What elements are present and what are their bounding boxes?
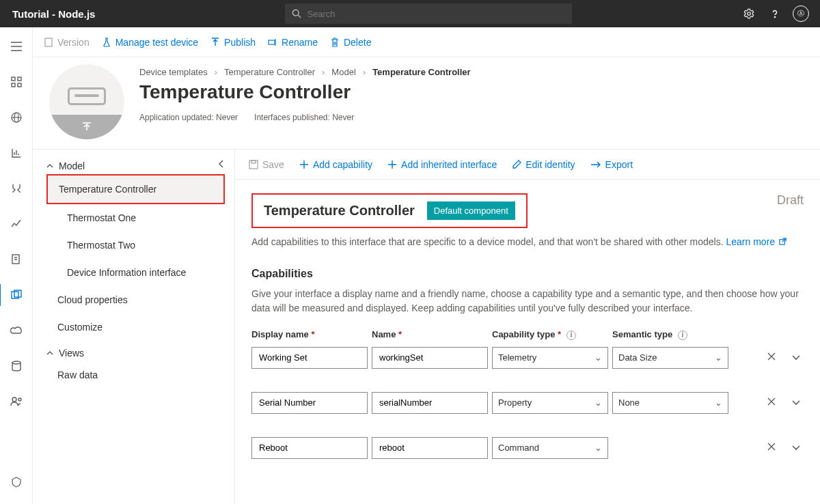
name-input[interactable]	[372, 392, 488, 414]
sidebar-item-temperature-controller[interactable]: Temperature Controller	[46, 174, 225, 204]
avatar[interactable]: Ⓐ	[793, 5, 809, 22]
plus-icon	[387, 160, 397, 169]
chart-bar-icon[interactable]	[3, 142, 30, 164]
rules-icon[interactable]	[3, 178, 30, 199]
device-templates-icon[interactable]	[0, 284, 32, 306]
expand-row-icon[interactable]	[791, 397, 801, 409]
display-name-input[interactable]	[251, 347, 368, 369]
capabilities-desc: Give your interface a display name and a…	[251, 287, 804, 316]
remove-row-icon[interactable]	[767, 352, 776, 364]
help-icon[interactable]	[767, 5, 783, 22]
expand-row-icon[interactable]	[791, 442, 801, 454]
views-group[interactable]: Views	[33, 341, 234, 361]
svg-rect-16	[269, 40, 275, 44]
col-sem-type: Semantic type i	[612, 329, 728, 340]
manage-device-button[interactable]: Manage test device	[102, 37, 198, 48]
capabilities-title: Capabilities	[251, 268, 804, 280]
sidebar-item-raw-data[interactable]: Raw data	[33, 361, 234, 389]
export-button[interactable]: Export	[590, 159, 633, 170]
sidebar-item-device-info[interactable]: Device Information interface	[33, 259, 234, 286]
interfaces-published-meta: Interfaces published: Never	[254, 113, 354, 122]
svg-rect-18	[251, 160, 256, 163]
info-icon[interactable]: i	[566, 331, 576, 340]
external-link-icon	[779, 236, 787, 247]
globe-icon[interactable]	[3, 107, 30, 128]
delete-button[interactable]: Delete	[330, 37, 371, 48]
add-capability-button[interactable]: Add capability	[299, 159, 372, 170]
chevron-up-icon	[46, 350, 53, 356]
svg-line-1	[299, 15, 301, 18]
svg-point-0	[293, 10, 299, 16]
name-input[interactable]	[372, 347, 488, 369]
component-header: Temperature Controller Default component	[251, 193, 528, 228]
hamburger-icon[interactable]	[3, 36, 30, 57]
storage-icon[interactable]	[3, 355, 30, 377]
rename-icon	[268, 38, 277, 47]
remove-row-icon[interactable]	[767, 397, 776, 409]
upload-arrow-icon	[81, 122, 92, 132]
device-badge	[49, 64, 124, 139]
settings-icon[interactable]	[741, 5, 757, 22]
page-title: Temperature Controller	[139, 81, 804, 103]
crumb-3: Temperature Controller	[372, 67, 471, 77]
svg-rect-7	[18, 83, 21, 87]
capability-row: Telemetry⌄ Data Size⌄	[251, 347, 804, 369]
version-button: Version	[44, 37, 90, 48]
capability-type-select[interactable]: Command⌄	[492, 437, 608, 459]
topbar: Tutorial - Node.js Ⓐ	[0, 0, 820, 27]
search-box[interactable]	[285, 3, 572, 24]
save-icon	[249, 160, 258, 169]
semantic-type-select[interactable]: None⌄	[612, 392, 728, 414]
display-name-input[interactable]	[251, 437, 368, 459]
trash-icon	[330, 38, 340, 47]
sidebar-item-thermostat-two[interactable]: Thermostat Two	[33, 232, 234, 259]
remove-row-icon[interactable]	[767, 442, 776, 454]
export-icon	[590, 160, 601, 169]
status-draft: Draft	[777, 193, 804, 208]
dashboard-icon[interactable]	[3, 71, 30, 93]
sidebar-item-thermostat-one[interactable]: Thermostat One	[33, 204, 234, 232]
crumb-1[interactable]: Temperature Controller	[224, 67, 315, 77]
edit-identity-button[interactable]: Edit identity	[512, 159, 575, 170]
section-description: Add capabilities to this interface that …	[251, 236, 804, 247]
settings-rail-icon[interactable]	[3, 471, 30, 493]
command-bar: Version Manage test device Publish Renam…	[33, 27, 820, 57]
crumb-2[interactable]: Model	[331, 67, 355, 77]
analytics-icon[interactable]	[3, 213, 30, 235]
svg-point-13	[12, 361, 20, 364]
component-title: Temperature Controller	[264, 203, 415, 219]
semantic-type-select[interactable]: Data Size⌄	[612, 347, 728, 369]
publish-button[interactable]: Publish	[210, 37, 256, 48]
chevron-up-icon	[46, 163, 53, 169]
rename-button[interactable]: Rename	[268, 37, 318, 48]
col-name: Name	[372, 329, 488, 339]
add-inherited-button[interactable]: Add inherited interface	[387, 159, 497, 170]
sidebar-item-cloud-properties[interactable]: Cloud properties	[33, 286, 234, 313]
capability-row: Command⌄	[251, 437, 804, 459]
nav-rail	[0, 27, 33, 504]
cloud-icon[interactable]	[3, 320, 30, 341]
learn-more-link[interactable]: Learn more	[726, 236, 776, 247]
sidebar-item-customize[interactable]: Customize	[33, 313, 234, 341]
breadcrumb: Device templates› Temperature Controller…	[139, 67, 804, 77]
main-area: Save Add capability Add inherited interf…	[235, 150, 820, 504]
svg-point-3	[774, 16, 775, 17]
expand-row-icon[interactable]	[791, 352, 801, 364]
save-button: Save	[249, 159, 284, 170]
display-name-input[interactable]	[251, 392, 368, 414]
svg-rect-4	[12, 77, 15, 81]
name-input[interactable]	[372, 437, 488, 459]
model-group[interactable]: Model	[33, 154, 234, 174]
svg-rect-17	[249, 160, 258, 169]
info-icon[interactable]: i	[678, 331, 687, 340]
collapse-panel-icon[interactable]	[218, 159, 225, 170]
capability-type-select[interactable]: Property⌄	[492, 392, 608, 414]
page-header: Device templates› Temperature Controller…	[33, 57, 820, 150]
crumb-0[interactable]: Device templates	[139, 67, 208, 77]
jobs-icon[interactable]	[3, 249, 30, 270]
search-input[interactable]	[307, 9, 565, 19]
capability-type-select[interactable]: Telemetry⌄	[492, 347, 608, 369]
topbar-right: Ⓐ	[741, 5, 820, 22]
admin-icon[interactable]	[3, 391, 30, 412]
svg-rect-5	[18, 77, 21, 81]
